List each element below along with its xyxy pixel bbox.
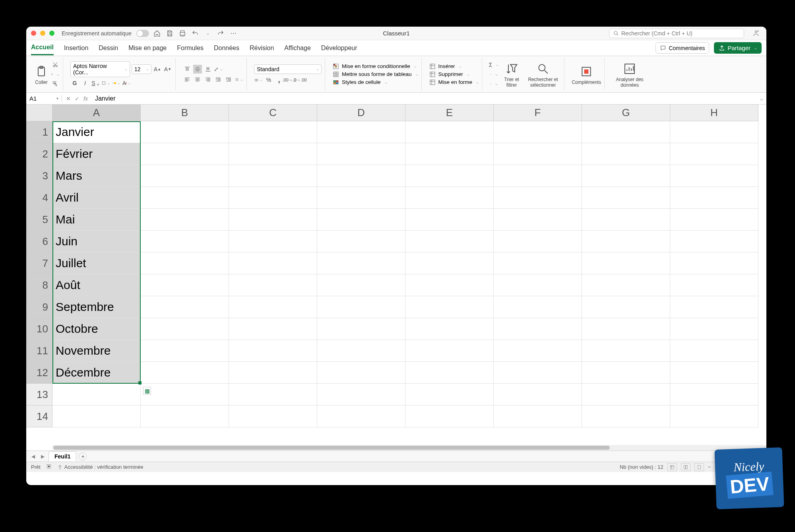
- horizontal-scrollbar[interactable]: [52, 445, 766, 450]
- borders-button[interactable]: ⌵: [101, 79, 110, 87]
- cell-C5[interactable]: [229, 209, 317, 231]
- increase-font-icon[interactable]: A▲: [153, 65, 162, 74]
- cell-A6[interactable]: Juin: [52, 231, 141, 252]
- cell-D5[interactable]: [317, 209, 405, 231]
- cell-H12[interactable]: [670, 362, 758, 384]
- column-header-F[interactable]: F: [494, 105, 582, 121]
- cell-B2[interactable]: [141, 143, 229, 165]
- tab-accueil[interactable]: Accueil: [31, 41, 54, 55]
- align-center-icon[interactable]: [193, 75, 202, 84]
- font-size-selector[interactable]: 12⌵: [132, 64, 151, 74]
- cell-G2[interactable]: [582, 143, 670, 165]
- cell-E13[interactable]: [405, 384, 494, 406]
- align-bottom-icon[interactable]: [204, 65, 212, 74]
- cell-C8[interactable]: [229, 274, 317, 296]
- cell-E5[interactable]: [405, 209, 494, 231]
- cell-E10[interactable]: [405, 318, 494, 340]
- cell-B1[interactable]: [141, 121, 229, 143]
- cell-H3[interactable]: [670, 165, 758, 187]
- find-select-icon[interactable]: [535, 61, 551, 77]
- cell-F8[interactable]: [494, 274, 582, 296]
- cell-C14[interactable]: [229, 406, 317, 427]
- page-break-view-button[interactable]: [694, 463, 704, 471]
- row-header-4[interactable]: 4: [26, 187, 52, 209]
- search-input[interactable]: [621, 30, 740, 37]
- cell-G3[interactable]: [582, 165, 670, 187]
- sheet-nav-next[interactable]: ▶: [39, 453, 46, 460]
- cell-G11[interactable]: [582, 340, 670, 362]
- cell-F2[interactable]: [494, 143, 582, 165]
- column-header-E[interactable]: E: [405, 105, 494, 121]
- cell-C7[interactable]: [229, 252, 317, 274]
- cell-B11[interactable]: [141, 340, 229, 362]
- select-all-corner[interactable]: [26, 105, 52, 121]
- cell-E7[interactable]: [405, 252, 494, 274]
- cell-A14[interactable]: [52, 406, 141, 427]
- cell-H10[interactable]: [670, 318, 758, 340]
- maximize-icon[interactable]: [49, 31, 54, 36]
- sheet-tab-feuil1[interactable]: Feuil1: [48, 451, 76, 461]
- minimize-icon[interactable]: [40, 31, 45, 36]
- cell-D2[interactable]: [317, 143, 405, 165]
- column-header-D[interactable]: D: [317, 105, 405, 121]
- cell-E9[interactable]: [405, 296, 494, 318]
- copy-icon[interactable]: ⌵: [51, 70, 60, 79]
- row-header-3[interactable]: 3: [26, 165, 52, 187]
- share-activity-icon[interactable]: [750, 28, 762, 39]
- tab-developpeur[interactable]: Développeur: [321, 41, 357, 55]
- cell-D10[interactable]: [317, 318, 405, 340]
- cell-F6[interactable]: [494, 231, 582, 252]
- paste-icon[interactable]: [33, 64, 49, 80]
- zoom-out-button[interactable]: −: [708, 464, 711, 470]
- percent-icon[interactable]: %: [264, 76, 273, 84]
- cell-H2[interactable]: [670, 143, 758, 165]
- cell-A2[interactable]: Février: [52, 143, 141, 165]
- format-as-table-button[interactable]: Mettre sous forme de tableau⌵: [332, 71, 418, 78]
- cell-C2[interactable]: [229, 143, 317, 165]
- cell-H14[interactable]: [670, 406, 758, 427]
- cell-F7[interactable]: [494, 252, 582, 274]
- cell-H5[interactable]: [670, 209, 758, 231]
- macro-record-icon[interactable]: [46, 464, 52, 470]
- cell-E3[interactable]: [405, 165, 494, 187]
- cell-C6[interactable]: [229, 231, 317, 252]
- formula-bar-expand-icon[interactable]: ⌵: [757, 95, 766, 102]
- font-color-button[interactable]: A⌵: [122, 79, 131, 87]
- cell-D8[interactable]: [317, 274, 405, 296]
- cell-D12[interactable]: [317, 362, 405, 384]
- home-icon[interactable]: [152, 29, 162, 38]
- share-button[interactable]: Partager ⌵: [714, 42, 762, 54]
- row-header-13[interactable]: 13: [26, 384, 52, 406]
- cell-E4[interactable]: [405, 187, 494, 209]
- cell-E1[interactable]: [405, 121, 494, 143]
- tab-revision[interactable]: Révision: [250, 41, 274, 55]
- underline-button[interactable]: S⌵: [91, 79, 100, 87]
- cell-B10[interactable]: [141, 318, 229, 340]
- row-header-10[interactable]: 10: [26, 318, 52, 340]
- align-right-icon[interactable]: [204, 75, 212, 84]
- cell-F13[interactable]: [494, 384, 582, 406]
- autofill-options-button[interactable]: ▦: [143, 387, 151, 395]
- analyze-data-icon[interactable]: [622, 61, 638, 77]
- fx-icon[interactable]: fx: [83, 95, 88, 102]
- cell-B6[interactable]: [141, 231, 229, 252]
- autosum-icon[interactable]: Σ⌵: [489, 60, 498, 69]
- cell-G14[interactable]: [582, 406, 670, 427]
- decrease-font-icon[interactable]: A▼: [163, 65, 172, 74]
- cell-H13[interactable]: [670, 384, 758, 406]
- cell-D13[interactable]: [317, 384, 405, 406]
- cell-E2[interactable]: [405, 143, 494, 165]
- number-format-selector[interactable]: Standard⌵: [254, 64, 322, 74]
- cell-E14[interactable]: [405, 406, 494, 427]
- cell-D11[interactable]: [317, 340, 405, 362]
- cell-C12[interactable]: [229, 362, 317, 384]
- normal-view-button[interactable]: [667, 463, 677, 471]
- tab-affichage[interactable]: Affichage: [284, 41, 310, 55]
- conditional-format-button[interactable]: Mise en forme conditionnelle⌵: [332, 63, 418, 70]
- cell-B4[interactable]: [141, 187, 229, 209]
- row-header-7[interactable]: 7: [26, 252, 52, 274]
- cell-G12[interactable]: [582, 362, 670, 384]
- undo-dropdown-icon[interactable]: ⌵: [203, 29, 213, 38]
- cell-F10[interactable]: [494, 318, 582, 340]
- cell-C1[interactable]: [229, 121, 317, 143]
